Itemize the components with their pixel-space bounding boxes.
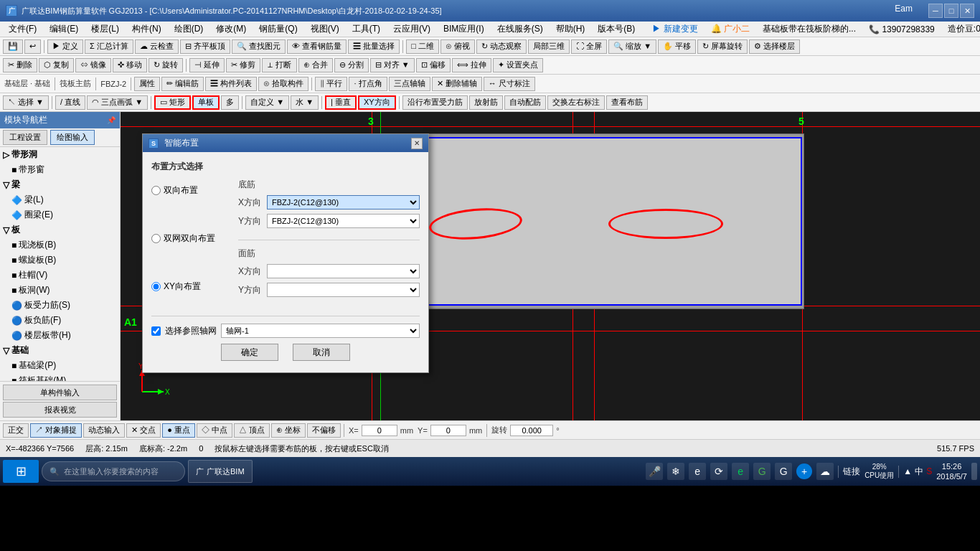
select-grid[interactable]: 轴网-1: [221, 324, 420, 338]
btn-mirror[interactable]: ⇔ 镜像: [75, 58, 111, 72]
btn-grip[interactable]: ✦ 设置夹点: [493, 58, 543, 72]
dialog-confirm-button[interactable]: 确定: [221, 344, 278, 361]
btn-break[interactable]: ⊥ 打断: [262, 58, 296, 72]
btn-view-layout[interactable]: 查看布筋: [606, 95, 648, 110]
taskbar-icon-apps5[interactable]: G: [753, 463, 771, 480]
btn-row-layout[interactable]: 沿行布置受力筋: [402, 95, 468, 110]
menu-new-change[interactable]: ▶ 新建变更: [646, 22, 703, 37]
btn-2d[interactable]: □ 二维: [406, 39, 439, 54]
dialog-smart-layout[interactable]: S 智能布置 ✕ 布置方式选择 双向布置: [142, 133, 429, 373]
select-y-rebar[interactable]: FBZJ-2(C12@130): [267, 214, 420, 228]
btn-center[interactable]: ● 重点: [162, 423, 195, 438]
select-face-x[interactable]: [267, 264, 420, 278]
btn-vertex[interactable]: △ 顶点: [234, 423, 270, 438]
tree-item-liang-l[interactable]: 🔷 梁(L): [9, 192, 120, 207]
menu-edit[interactable]: 编辑(E): [44, 22, 84, 37]
taskbar-app-gld[interactable]: 广 广联达BIM: [188, 460, 253, 483]
btn-custom[interactable]: 自定义 ▼: [245, 95, 289, 110]
btn-screen-rotate[interactable]: ↻ 屏幕旋转: [697, 39, 748, 54]
menu-bim[interactable]: BIM应用(I): [438, 22, 490, 37]
btn-undo[interactable]: ↩: [24, 39, 41, 54]
tree-item-zhumao[interactable]: ■柱帽(V): [9, 268, 120, 283]
taskbar-search-box[interactable]: 🔍 在这里输入你要搜索的内容: [42, 461, 185, 481]
menu-pricing[interactable]: 造价豆:0 🔔: [942, 22, 980, 37]
btn-move[interactable]: ✜ 移动: [113, 58, 147, 72]
btn-dynamic-view[interactable]: ↻ 动态观察: [476, 39, 527, 54]
radio-bidir[interactable]: 双向布置: [151, 184, 215, 197]
btn-multi-slab[interactable]: 多: [221, 95, 239, 110]
btn-del-aux-axis[interactable]: ✕ 删除辅轴: [432, 77, 482, 91]
btn-dynamic-input[interactable]: 动态输入: [83, 423, 125, 438]
btn-ortho[interactable]: 正交: [3, 423, 29, 438]
tree-group-ban[interactable]: ▽ 板: [0, 222, 120, 237]
sidebar-btn-draw[interactable]: 绘图输入: [50, 130, 95, 145]
btn-swap-label[interactable]: 交换左右标注: [547, 95, 605, 110]
btn-select[interactable]: ↖ 选择 ▼: [3, 95, 49, 110]
dialog-title-bar[interactable]: S 智能布置 ✕: [143, 134, 428, 152]
btn-component-list[interactable]: ☰ 构件列表: [205, 77, 257, 91]
tree-item-bandong[interactable]: ■板洞(W): [9, 283, 120, 298]
btn-snap[interactable]: ↗ 对象捕捉: [30, 423, 82, 438]
btn-properties[interactable]: 属性: [134, 77, 160, 91]
btn-single-component[interactable]: 单构件输入: [3, 385, 117, 400]
sidebar-pin-icon[interactable]: 📌: [107, 116, 116, 124]
btn-fullscreen[interactable]: ⛶ 全屏: [571, 39, 607, 54]
btn-rect[interactable]: ▭ 矩形: [154, 95, 191, 110]
btn-extend[interactable]: ⊣ 延伸: [189, 58, 225, 72]
btn-parallel[interactable]: ∥ 平行: [315, 77, 347, 91]
btn-pick[interactable]: ⊙ 拾取构件: [258, 77, 308, 91]
menu-phone[interactable]: 📞 13907298339: [863, 23, 941, 36]
tree-item-daixingchuang[interactable]: ■ 带形窗: [9, 162, 120, 177]
btn-find-element[interactable]: 🔍 查找图元: [232, 39, 286, 54]
btn-stretch[interactable]: ⟺ 拉伸: [452, 58, 491, 72]
btn-offset[interactable]: ⊡ 偏移: [416, 58, 451, 72]
menu-tools[interactable]: 工具(T): [347, 22, 386, 37]
lang-icon[interactable]: 中: [915, 466, 923, 478]
rotate-input[interactable]: [510, 425, 553, 436]
btn-trim[interactable]: ✂ 修剪: [226, 58, 260, 72]
tree-item-loudaibandai[interactable]: 🔵楼层板带(H): [9, 328, 120, 343]
btn-view-rebar[interactable]: 👁 查看钢筋量: [287, 39, 347, 54]
btn-water[interactable]: 水 ▼: [291, 95, 319, 110]
btn-level-slab[interactable]: ⊟ 齐平板顶: [180, 39, 230, 54]
radio-xy[interactable]: XY向布置: [151, 281, 215, 293]
tree-item-luoxuanb[interactable]: ■螺旋板(B): [9, 253, 120, 268]
btn-define[interactable]: ▶ 定义: [47, 39, 83, 54]
dialog-cancel-button[interactable]: 取消: [293, 344, 350, 361]
tree-item-fabanjichu[interactable]: ■筏板基础(M): [9, 373, 120, 381]
btn-pan[interactable]: ✋ 平移: [658, 39, 696, 54]
tree-group-jichu[interactable]: ▽ 基础: [0, 343, 120, 358]
maximize-button[interactable]: □: [944, 4, 958, 18]
taskbar-icon-cloud[interactable]: ☁: [816, 463, 834, 480]
btn-zoom[interactable]: 🔍 缩放 ▼: [608, 39, 656, 54]
taskbar-icon-apps6[interactable]: G: [775, 463, 792, 480]
btn-line[interactable]: / 直线: [55, 95, 85, 110]
taskbar-icon-apps4[interactable]: e: [732, 463, 749, 480]
btn-partial-3d[interactable]: 局部三维: [528, 39, 570, 54]
systray-caret[interactable]: ▲: [903, 466, 912, 476]
menu-floor[interactable]: 楼层(L): [85, 22, 125, 37]
btn-radial[interactable]: 放射筋: [469, 95, 503, 110]
taskbar-icon-mic[interactable]: 🎤: [646, 463, 663, 480]
tree-group-liang[interactable]: ▽ 梁: [0, 177, 120, 192]
menu-version[interactable]: 版本号(B): [592, 22, 641, 37]
menu-foundation-info[interactable]: 基础板带在筏板阶梯的...: [757, 22, 862, 37]
menu-draw[interactable]: 绘图(D): [169, 22, 209, 37]
radio-bidir-input[interactable]: [151, 186, 161, 195]
radio-double-net-input[interactable]: [151, 234, 161, 243]
btn-align[interactable]: ⊟ 对齐 ▼: [370, 58, 415, 72]
select-face-y[interactable]: [267, 283, 420, 297]
btn-select-floor[interactable]: ⚙ 选择楼层: [749, 39, 800, 54]
tree-item-jichuliangp[interactable]: ■基础梁(P): [9, 358, 120, 373]
menu-view[interactable]: 视图(V): [305, 22, 345, 37]
btn-report[interactable]: 报表视览: [3, 402, 117, 418]
sidebar-btn-project[interactable]: 工程设置: [3, 130, 47, 145]
ime-icon[interactable]: S: [926, 466, 932, 476]
checkbox-select-grid[interactable]: [151, 326, 161, 336]
taskbar-icon-apps1[interactable]: ❄: [667, 463, 684, 480]
menu-rebar-qty[interactable]: 钢筋量(Q): [253, 22, 303, 37]
menu-guang-xiao-er[interactable]: 🔔 广小二: [705, 22, 755, 37]
btn-coord[interactable]: ⊕ 坐标: [271, 423, 306, 438]
radio-double-net[interactable]: 双网双向布置: [151, 232, 215, 245]
menu-online[interactable]: 在线服务(S): [491, 22, 549, 37]
